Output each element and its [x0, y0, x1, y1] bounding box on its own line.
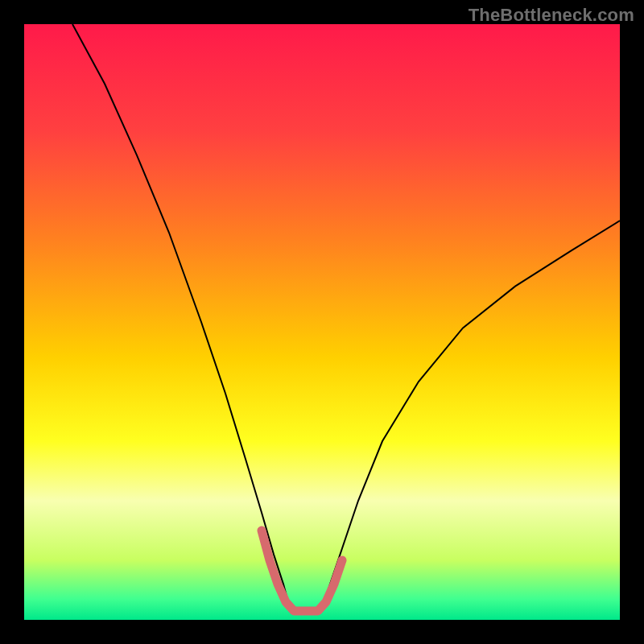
right-curve	[322, 221, 620, 608]
plot-area	[24, 24, 620, 620]
watermark: TheBottleneck.com	[469, 5, 634, 26]
left-curve	[72, 24, 290, 608]
frame: TheBottleneck.com	[0, 0, 644, 644]
curves-layer	[24, 24, 620, 620]
valley-highlight	[262, 530, 342, 611]
